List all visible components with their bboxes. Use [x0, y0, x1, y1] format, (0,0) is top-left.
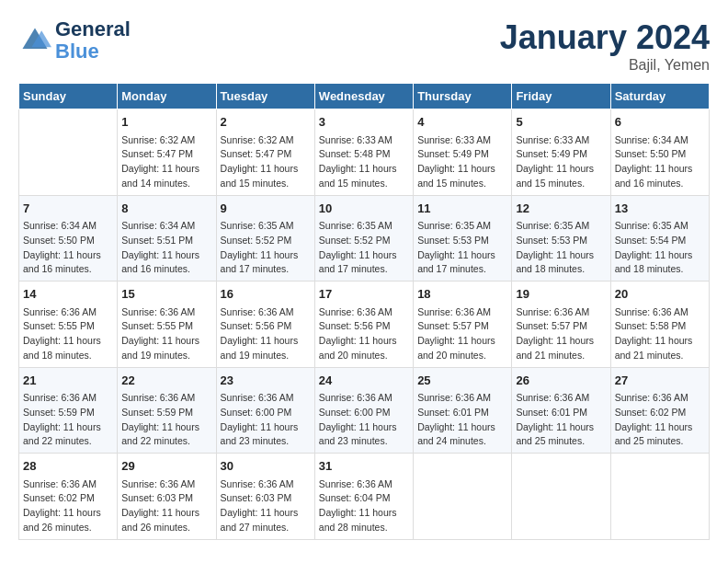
logo-line2: Blue [55, 40, 131, 63]
day-number: 15 [121, 285, 211, 304]
calendar-cell: 6Sunrise: 6:34 AMSunset: 5:50 PMDaylight… [610, 109, 709, 196]
header-row: SundayMondayTuesdayWednesdayThursdayFrid… [19, 84, 710, 109]
day-info: Sunrise: 6:33 AMSunset: 5:48 PMDaylight:… [319, 133, 409, 191]
day-info: Sunrise: 6:34 AMSunset: 5:50 PMDaylight:… [23, 219, 113, 277]
calendar-cell: 10Sunrise: 6:35 AMSunset: 5:52 PMDayligh… [314, 195, 413, 282]
calendar-cell: 21Sunrise: 6:36 AMSunset: 5:59 PMDayligh… [19, 367, 118, 454]
calendar-cell: 26Sunrise: 6:36 AMSunset: 6:01 PMDayligh… [512, 367, 610, 454]
day-info: Sunrise: 6:36 AMSunset: 5:59 PMDaylight:… [23, 391, 113, 449]
calendar-body: 1Sunrise: 6:32 AMSunset: 5:47 PMDaylight… [19, 109, 710, 540]
day-number: 26 [516, 372, 606, 390]
calendar-cell: 18Sunrise: 6:36 AMSunset: 5:57 PMDayligh… [414, 282, 512, 368]
calendar-cell: 5Sunrise: 6:33 AMSunset: 5:49 PMDaylight… [512, 109, 610, 196]
day-number: 13 [615, 200, 705, 218]
calendar-cell: 24Sunrise: 6:36 AMSunset: 6:00 PMDayligh… [314, 367, 413, 454]
day-info: Sunrise: 6:36 AMSunset: 6:01 PMDaylight:… [417, 391, 507, 449]
calendar-cell: 31Sunrise: 6:36 AMSunset: 6:04 PMDayligh… [314, 454, 413, 540]
day-info: Sunrise: 6:33 AMSunset: 5:49 PMDaylight:… [516, 133, 606, 191]
title-section: January 2024 Bajil, Yemen [500, 18, 710, 74]
day-info: Sunrise: 6:36 AMSunset: 6:03 PMDaylight:… [121, 477, 211, 535]
day-info: Sunrise: 6:36 AMSunset: 5:57 PMDaylight:… [417, 305, 507, 363]
calendar-header: SundayMondayTuesdayWednesdayThursdayFrid… [19, 84, 710, 109]
day-number: 2 [221, 113, 311, 132]
day-number: 24 [319, 372, 409, 390]
day-info: Sunrise: 6:36 AMSunset: 5:58 PMDaylight:… [615, 305, 705, 363]
calendar-cell: 16Sunrise: 6:36 AMSunset: 5:56 PMDayligh… [216, 282, 314, 368]
calendar-cell: 9Sunrise: 6:35 AMSunset: 5:52 PMDaylight… [216, 195, 314, 282]
day-info: Sunrise: 6:36 AMSunset: 6:02 PMDaylight:… [615, 391, 705, 449]
day-info: Sunrise: 6:36 AMSunset: 6:01 PMDaylight:… [516, 391, 606, 449]
day-info: Sunrise: 6:34 AMSunset: 5:51 PMDaylight:… [121, 219, 211, 277]
logo: General Blue [18, 18, 131, 63]
day-info: Sunrise: 6:32 AMSunset: 5:47 PMDaylight:… [121, 133, 211, 191]
day-number: 18 [417, 285, 507, 304]
day-number: 17 [319, 285, 409, 304]
calendar-week-3: 14Sunrise: 6:36 AMSunset: 5:55 PMDayligh… [19, 282, 710, 368]
day-number: 1 [121, 113, 211, 132]
header-cell-saturday: Saturday [610, 84, 709, 109]
calendar-cell: 4Sunrise: 6:33 AMSunset: 5:49 PMDaylight… [414, 109, 512, 196]
day-number: 6 [615, 113, 705, 132]
day-info: Sunrise: 6:35 AMSunset: 5:53 PMDaylight:… [417, 219, 507, 277]
calendar-cell: 1Sunrise: 6:32 AMSunset: 5:47 PMDaylight… [118, 109, 216, 196]
calendar-cell: 20Sunrise: 6:36 AMSunset: 5:58 PMDayligh… [610, 282, 709, 368]
day-info: Sunrise: 6:35 AMSunset: 5:54 PMDaylight:… [615, 219, 705, 277]
day-number: 19 [516, 285, 606, 304]
calendar-table: SundayMondayTuesdayWednesdayThursdayFrid… [18, 83, 710, 540]
header-cell-sunday: Sunday [19, 84, 118, 109]
day-info: Sunrise: 6:36 AMSunset: 6:03 PMDaylight:… [221, 477, 311, 535]
header-cell-tuesday: Tuesday [216, 84, 314, 109]
calendar-cell: 30Sunrise: 6:36 AMSunset: 6:03 PMDayligh… [216, 454, 314, 540]
day-number: 16 [221, 285, 311, 304]
header-cell-friday: Friday [512, 84, 610, 109]
day-info: Sunrise: 6:36 AMSunset: 5:59 PMDaylight:… [121, 391, 211, 449]
day-info: Sunrise: 6:36 AMSunset: 6:02 PMDaylight:… [23, 477, 113, 535]
day-number: 3 [319, 113, 409, 132]
calendar-cell: 12Sunrise: 6:35 AMSunset: 5:53 PMDayligh… [512, 195, 610, 282]
day-info: Sunrise: 6:36 AMSunset: 5:56 PMDaylight:… [221, 305, 311, 363]
day-number: 20 [615, 285, 705, 304]
day-number: 14 [23, 285, 113, 304]
day-number: 22 [121, 372, 211, 390]
calendar-cell: 25Sunrise: 6:36 AMSunset: 6:01 PMDayligh… [414, 367, 512, 454]
calendar-cell: 29Sunrise: 6:36 AMSunset: 6:03 PMDayligh… [118, 454, 216, 540]
day-number: 21 [23, 372, 113, 390]
day-number: 11 [417, 200, 507, 218]
calendar-cell: 11Sunrise: 6:35 AMSunset: 5:53 PMDayligh… [414, 195, 512, 282]
day-number: 4 [417, 113, 507, 132]
day-number: 28 [23, 457, 113, 476]
logo-line1: General [55, 18, 131, 40]
day-info: Sunrise: 6:36 AMSunset: 6:00 PMDaylight:… [319, 391, 409, 449]
day-number: 31 [319, 457, 409, 476]
calendar-week-4: 21Sunrise: 6:36 AMSunset: 5:59 PMDayligh… [19, 367, 710, 454]
day-info: Sunrise: 6:35 AMSunset: 5:53 PMDaylight:… [516, 219, 606, 277]
header-cell-wednesday: Wednesday [314, 84, 413, 109]
calendar-cell: 27Sunrise: 6:36 AMSunset: 6:02 PMDayligh… [610, 367, 709, 454]
day-number: 9 [221, 200, 311, 218]
calendar-cell: 22Sunrise: 6:36 AMSunset: 5:59 PMDayligh… [118, 367, 216, 454]
day-number: 29 [121, 457, 211, 476]
calendar-cell: 17Sunrise: 6:36 AMSunset: 5:56 PMDayligh… [314, 282, 413, 368]
day-info: Sunrise: 6:35 AMSunset: 5:52 PMDaylight:… [221, 219, 311, 277]
calendar-cell: 7Sunrise: 6:34 AMSunset: 5:50 PMDaylight… [19, 195, 118, 282]
calendar-cell: 8Sunrise: 6:34 AMSunset: 5:51 PMDaylight… [118, 195, 216, 282]
day-number: 23 [221, 372, 311, 390]
location: Bajil, Yemen [500, 57, 710, 74]
header-cell-thursday: Thursday [414, 84, 512, 109]
calendar-week-5: 28Sunrise: 6:36 AMSunset: 6:02 PMDayligh… [19, 454, 710, 540]
day-info: Sunrise: 6:32 AMSunset: 5:47 PMDaylight:… [221, 133, 311, 191]
calendar-week-1: 1Sunrise: 6:32 AMSunset: 5:47 PMDaylight… [19, 109, 710, 196]
calendar-cell [610, 454, 709, 540]
day-info: Sunrise: 6:36 AMSunset: 5:57 PMDaylight:… [516, 305, 606, 363]
calendar-cell: 2Sunrise: 6:32 AMSunset: 5:47 PMDaylight… [216, 109, 314, 196]
calendar-cell: 19Sunrise: 6:36 AMSunset: 5:57 PMDayligh… [512, 282, 610, 368]
calendar-cell: 3Sunrise: 6:33 AMSunset: 5:48 PMDaylight… [314, 109, 413, 196]
calendar-cell [19, 109, 118, 196]
day-info: Sunrise: 6:36 AMSunset: 6:04 PMDaylight:… [319, 477, 409, 535]
day-info: Sunrise: 6:36 AMSunset: 5:55 PMDaylight:… [23, 305, 113, 363]
calendar-cell: 14Sunrise: 6:36 AMSunset: 5:55 PMDayligh… [19, 282, 118, 368]
calendar-week-2: 7Sunrise: 6:34 AMSunset: 5:50 PMDaylight… [19, 195, 710, 282]
calendar-cell: 28Sunrise: 6:36 AMSunset: 6:02 PMDayligh… [19, 454, 118, 540]
day-info: Sunrise: 6:35 AMSunset: 5:52 PMDaylight:… [319, 219, 409, 277]
calendar-cell: 23Sunrise: 6:36 AMSunset: 6:00 PMDayligh… [216, 367, 314, 454]
